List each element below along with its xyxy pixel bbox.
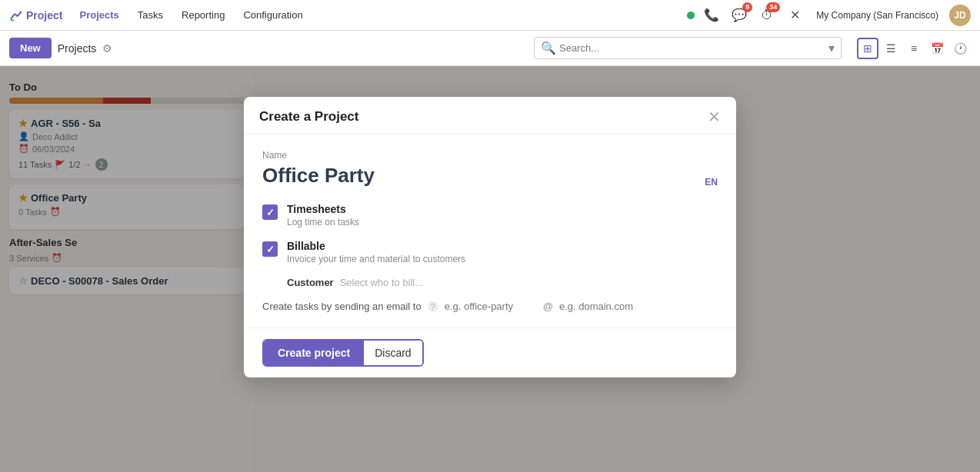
settings-gear-icon[interactable]: ⚙ xyxy=(102,42,112,55)
language-badge[interactable]: EN xyxy=(705,177,718,188)
create-project-modal: Create a Project ✕ Name EN Timesheets xyxy=(244,97,736,377)
email-label: Create tasks by sending an email to xyxy=(262,301,422,312)
sub-navigation: New Projects ⚙ 🔍 ▾ ⊞ ☰ ≡ 📅 🕐 xyxy=(0,31,980,66)
clock-view-btn[interactable]: 🕐 xyxy=(949,38,971,59)
billable-row: Billable Invoice your time and material … xyxy=(262,240,718,264)
modal-body: Name EN Timesheets Log time on tasks xyxy=(244,135,736,327)
search-input[interactable] xyxy=(559,42,828,54)
search-icon: 🔍 xyxy=(541,41,556,55)
main-area: To Do ★ AGR - S56 - Sa 👤 Deco Addict ⏰ 0… xyxy=(0,66,980,472)
email-help-icon[interactable]: ? xyxy=(428,301,438,312)
company-name: My Company (San Francisco) xyxy=(816,10,938,21)
email-at-symbol: @ xyxy=(543,301,553,312)
activity-badge: 34 xyxy=(766,2,780,13)
create-project-button[interactable]: Create project xyxy=(264,341,364,365)
view-switcher: ⊞ ☰ ≡ 📅 🕐 xyxy=(857,38,971,59)
nav-configuration[interactable]: Configuration xyxy=(235,6,310,24)
logo-icon xyxy=(9,8,23,22)
customer-label: Customer xyxy=(287,277,334,288)
email-row: Create tasks by sending an email to ? @ xyxy=(262,301,718,312)
billable-checkbox[interactable] xyxy=(262,241,278,257)
project-name-input[interactable] xyxy=(262,164,521,188)
email-alias-input[interactable] xyxy=(445,301,537,312)
timesheets-label-group: Timesheets Log time on tasks xyxy=(287,203,359,228)
discard-button[interactable]: Discard xyxy=(364,341,422,365)
chat-badge: 9 xyxy=(742,2,752,13)
page-title: Projects xyxy=(58,42,97,55)
billable-label-group: Billable Invoice your time and material … xyxy=(287,240,465,264)
modal-footer: Create project Discard xyxy=(244,327,736,377)
timesheets-label: Timesheets xyxy=(287,203,359,215)
name-row: Name EN xyxy=(262,150,718,188)
new-button[interactable]: New xyxy=(9,38,52,58)
billable-label: Billable xyxy=(287,240,465,252)
modal-close-button[interactable]: ✕ xyxy=(708,109,721,125)
online-status-dot xyxy=(687,12,695,19)
search-bar[interactable]: 🔍 ▾ xyxy=(534,37,842,59)
app-logo[interactable]: Project xyxy=(9,8,62,22)
name-field-group: Name xyxy=(262,150,521,188)
name-label: Name xyxy=(262,150,521,161)
timesheets-row: Timesheets Log time on tasks xyxy=(262,203,718,228)
nav-tasks[interactable]: Tasks xyxy=(130,6,171,24)
app-title: Project xyxy=(26,9,62,22)
kanban-view-btn[interactable]: ⊞ xyxy=(857,38,878,59)
footer-button-group: Create project Discard xyxy=(262,339,424,367)
billable-desc: Invoice your time and material to custom… xyxy=(287,254,465,264)
customer-row: Customer Select who to bill... xyxy=(287,277,718,288)
email-domain-input[interactable] xyxy=(559,301,652,312)
chat-icon-btn[interactable]: 💬 9 xyxy=(728,5,750,26)
modal-title: Create a Project xyxy=(259,109,358,125)
customer-select[interactable]: Select who to bill... xyxy=(340,277,423,288)
calendar-view-btn[interactable]: 📅 xyxy=(926,38,948,59)
top-navigation: Project Projects Tasks Reporting Configu… xyxy=(0,0,980,31)
nav-projects[interactable]: Projects xyxy=(72,6,126,24)
nav-icons-group: 📞 💬 9 ⏱ 34 ✕ My Company (San Francisco) … xyxy=(687,5,971,26)
user-avatar[interactable]: JD xyxy=(949,5,971,26)
timesheets-checkbox[interactable] xyxy=(262,204,278,220)
list-view-btn[interactable]: ☰ xyxy=(880,38,902,59)
settings-icon-btn[interactable]: ✕ xyxy=(784,5,805,26)
modal-overlay: Create a Project ✕ Name EN Timesheets xyxy=(0,66,980,472)
activity-icon-btn[interactable]: ⏱ 34 xyxy=(756,5,778,26)
list-alt-view-btn[interactable]: ≡ xyxy=(903,38,925,59)
phone-icon-btn[interactable]: 📞 xyxy=(701,5,722,26)
nav-reporting[interactable]: Reporting xyxy=(174,6,232,24)
modal-header: Create a Project ✕ xyxy=(244,97,736,135)
search-dropdown-icon[interactable]: ▾ xyxy=(828,41,835,55)
timesheets-desc: Log time on tasks xyxy=(287,217,359,228)
